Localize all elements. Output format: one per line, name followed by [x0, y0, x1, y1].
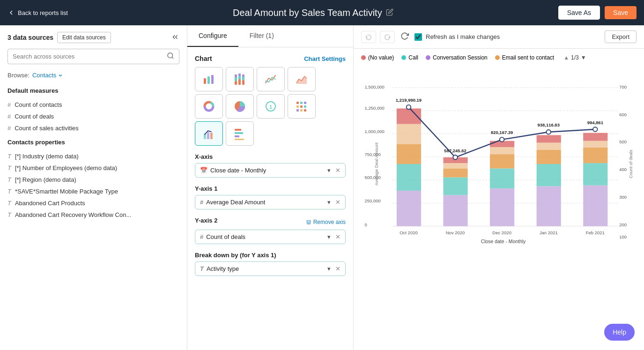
back-icon: [7, 9, 15, 16]
chart-type-donut[interactable]: [195, 94, 223, 119]
edit-data-sources-button[interactable]: Edit data sources: [57, 32, 111, 43]
back-label: Back to reports list: [18, 9, 68, 16]
browse-contacts-dropdown[interactable]: Contacts: [32, 72, 63, 79]
svg-rect-69: [490, 188, 514, 226]
svg-rect-83: [583, 133, 607, 141]
refresh-button[interactable]: [399, 30, 411, 44]
svg-rect-5: [235, 81, 237, 85]
breakdown-clear-button[interactable]: ✕: [335, 265, 341, 272]
svg-text:1,500,000: 1,500,000: [365, 84, 385, 89]
list-item[interactable]: T [*] Industry (demo data): [0, 150, 187, 162]
svg-text:300: 300: [619, 194, 627, 200]
xaxis-select[interactable]: 📅 Close date - Monthly ▾ ✕: [195, 163, 346, 178]
list-item[interactable]: # Count of deals: [0, 111, 187, 122]
middle-content: Chart Chart Settings: [187, 47, 353, 291]
svg-rect-75: [537, 164, 561, 186]
chart-type-horizontal-bar[interactable]: [226, 121, 254, 146]
save-button[interactable]: Save: [605, 6, 637, 19]
svg-text:994,861: 994,861: [587, 120, 603, 125]
yaxis1-select[interactable]: # Average Deal Amount ▾ ✕: [195, 195, 346, 209]
list-item[interactable]: T [*] Number of Employees (demo data): [0, 162, 187, 174]
chart-area: (No value) Call Conversation Session Ema…: [354, 49, 644, 350]
svg-rect-60: [397, 164, 421, 191]
svg-rect-66: [443, 168, 467, 177]
breakdown-select[interactable]: T Activity type ▾ ✕: [195, 261, 346, 276]
svg-rect-78: [537, 135, 561, 142]
refresh-label: Refresh as I make changes: [426, 33, 500, 40]
chart-type-stacked-bar[interactable]: [226, 67, 254, 91]
svg-rect-72: [490, 147, 514, 154]
yaxis1-clear-button[interactable]: ✕: [335, 199, 341, 206]
list-item[interactable]: T [*] Region (demo data): [0, 174, 187, 186]
chart-type-combo[interactable]: [195, 121, 223, 146]
redo-button[interactable]: [380, 31, 395, 43]
help-button[interactable]: Help: [604, 324, 635, 341]
chart-settings-link[interactable]: Chart Settings: [304, 55, 346, 62]
data-sources-label: 3 data sources: [7, 34, 53, 41]
undo-button[interactable]: [361, 31, 376, 43]
chart-panel: Refresh as I make changes Export (No val…: [354, 25, 644, 350]
chart-container: 1,500,000 1,250,000 1,000,000 750,000 50…: [361, 66, 637, 262]
svg-rect-8: [238, 79, 241, 85]
svg-rect-79: [583, 186, 607, 226]
yaxis1-label: Y-axis 1: [195, 185, 346, 192]
yaxis2-select[interactable]: # Count of deals ▾ ✕: [195, 230, 346, 244]
legend-item-conversation: Conversation Session: [426, 54, 488, 61]
svg-rect-10: [238, 74, 241, 76]
svg-rect-32: [235, 129, 241, 131]
svg-rect-30: [207, 132, 209, 139]
chart-type-pie[interactable]: [226, 94, 254, 119]
svg-text:1,000,000: 1,000,000: [365, 129, 385, 134]
collapse-sidebar-button[interactable]: [171, 33, 179, 43]
tab-filter[interactable]: Filter (1): [238, 25, 285, 47]
back-button[interactable]: Back to reports list: [7, 9, 68, 16]
contacts-props-title: Contacts properties: [7, 139, 179, 146]
svg-rect-21: [300, 102, 303, 104]
main-layout: 3 data sources Edit data sources Browse:…: [0, 25, 644, 350]
svg-rect-13: [242, 74, 244, 77]
svg-text:Jan 2021: Jan 2021: [540, 230, 558, 235]
svg-text:Dec 2020: Dec 2020: [492, 230, 511, 235]
yaxis2-section: Y-axis 2 Remove axis # Count of deals ▾ …: [195, 217, 346, 244]
list-item[interactable]: T *SAVE*Smarttel Mobile Package Type: [0, 186, 187, 197]
svg-point-88: [593, 127, 597, 131]
svg-text:200: 200: [619, 222, 627, 227]
chart-type-single-stat[interactable]: 1: [257, 94, 285, 119]
browse-label: Browse:: [7, 72, 30, 79]
tab-configure[interactable]: Configure: [187, 25, 238, 47]
chevron-down-icon: ▾: [327, 233, 331, 240]
svg-rect-67: [443, 163, 467, 168]
svg-rect-9: [238, 76, 241, 79]
data-sources-row: 3 data sources Edit data sources: [7, 32, 179, 43]
page-down-icon[interactable]: ▼: [581, 54, 586, 61]
xaxis-clear-button[interactable]: ✕: [335, 167, 341, 174]
top-header: Back to reports list Deal Amount by Sale…: [0, 0, 644, 25]
refresh-checkbox[interactable]: [415, 33, 422, 41]
svg-rect-24: [300, 105, 303, 108]
breakdown-section: Break down by (for Y axis 1) T Activity …: [195, 252, 346, 276]
chart-type-bar[interactable]: [195, 67, 223, 91]
search-input[interactable]: [13, 53, 164, 60]
list-item[interactable]: T Abandoned Cart Products: [0, 197, 187, 209]
list-item[interactable]: T Abandoned Cart Recovery Workflow Con..…: [0, 209, 187, 221]
svg-rect-64: [443, 195, 467, 226]
chart-type-area[interactable]: [288, 67, 316, 91]
list-item[interactable]: # Count of sales activities: [0, 122, 187, 134]
export-button[interactable]: Export: [605, 30, 637, 43]
save-as-button[interactable]: Save As: [558, 6, 600, 20]
yaxis1-value: Average Deal Amount: [206, 199, 325, 206]
remove-axis-button[interactable]: Remove axis: [306, 219, 346, 225]
edit-title-icon[interactable]: [386, 7, 393, 18]
svg-rect-76: [537, 150, 561, 164]
yaxis2-clear-button[interactable]: ✕: [335, 233, 341, 240]
svg-rect-71: [490, 154, 514, 168]
svg-point-87: [546, 130, 550, 134]
list-item[interactable]: # Count of contacts: [0, 99, 187, 111]
svg-rect-81: [583, 148, 607, 163]
svg-rect-7: [235, 74, 237, 77]
chart-type-line[interactable]: [257, 67, 285, 91]
hash-icon: #: [200, 199, 203, 206]
svg-rect-33: [235, 132, 243, 134]
yaxis2-value: Count of deals: [206, 233, 325, 240]
chart-type-table[interactable]: [288, 94, 316, 119]
